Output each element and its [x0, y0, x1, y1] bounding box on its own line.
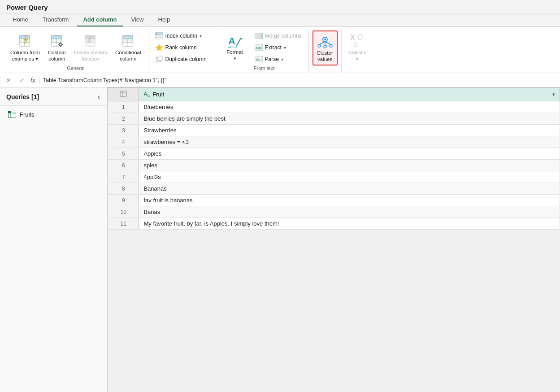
custom-column-icon [48, 33, 66, 49]
svg-line-60 [319, 42, 325, 44]
svg-rect-69 [8, 111, 11, 113]
ribbon-group-index: 1 2 3 Index column ▾ [148, 29, 220, 73]
index-column-arrow: ▾ [200, 34, 202, 39]
conditional-column-icon [119, 33, 137, 49]
title-bar: Power Query [0, 0, 560, 13]
tab-transform[interactable]: Transform [36, 13, 75, 26]
main-area: Queries [1] ‹ Fruits [0, 87, 560, 392]
queries-panel: Queries [1] ‹ Fruits [0, 87, 108, 392]
ribbon-group-cluster-items: Clustervalues [313, 30, 338, 70]
row-num-cell: 1 [108, 101, 139, 113]
data-table: AC Fruit ▾ 1Blueberries2Blue berries are… [108, 87, 560, 230]
extract-button[interactable]: abc Extract ▾ [252, 42, 305, 53]
data-table-container[interactable]: AC Fruit ▾ 1Blueberries2Blue berries are… [108, 87, 560, 392]
svg-text:Σ: Σ [354, 41, 358, 48]
conditional-column-label: Conditionalcolumn [115, 50, 141, 62]
row-num-cell: 2 [108, 113, 139, 125]
svg-line-45 [236, 38, 241, 46]
conditional-column-button[interactable]: Conditionalcolumn [112, 30, 144, 65]
ribbon-group-statistic-items: X O Σ Statistic▾ [345, 30, 369, 70]
rank-column-icon [155, 44, 163, 52]
svg-rect-70 [120, 91, 126, 96]
table-row: 2Blue berries are simply the best [108, 113, 560, 125]
table-row: 9fav fruit is bananas [108, 195, 560, 206]
query-item-fruits[interactable]: Fruits [2, 107, 105, 122]
format-button[interactable]: A ABC 123 Format▾ [224, 31, 246, 64]
row-num-cell: 9 [108, 195, 139, 206]
cluster-values-button[interactable]: Clustervalues [313, 30, 338, 65]
tab-view[interactable]: View [125, 13, 150, 26]
extract-label: Extract [265, 44, 282, 51]
svg-rect-31 [123, 43, 128, 46]
row-num-cell: 10 [108, 206, 139, 218]
table-row: 1Blueberries [108, 101, 560, 113]
table-row: 74ppl3s [108, 171, 560, 183]
duplicate-column-button[interactable]: Duplicate column [152, 54, 210, 65]
tab-home[interactable]: Home [6, 13, 35, 26]
svg-rect-9 [52, 39, 56, 43]
table-header-row-num [108, 88, 139, 101]
statistic-icon: X O Σ [348, 33, 366, 49]
index-column-icon: 1 2 3 [155, 32, 163, 40]
custom-column-button[interactable]: Customcolumn [45, 30, 69, 65]
fruit-cell: strawberries = <3 [139, 136, 560, 148]
svg-rect-2 [20, 39, 25, 43]
svg-rect-29 [123, 39, 128, 43]
row-num-cell: 8 [108, 183, 139, 195]
svg-text:O: O [357, 34, 363, 41]
tab-help[interactable]: Help [152, 13, 177, 26]
tab-add-column[interactable]: Add column [77, 13, 123, 26]
merge-columns-button[interactable]: Merge columns [252, 30, 305, 41]
svg-marker-46 [241, 37, 243, 39]
from-text-items: A ABC 123 Format▾ [224, 30, 305, 65]
queries-title: Queries [1] [6, 93, 39, 100]
fruit-cell: Bananas [139, 183, 560, 195]
fruit-cell: Blueberries [139, 101, 560, 113]
statistic-button[interactable]: X O Σ Statistic▾ [345, 30, 369, 65]
svg-text:≠: ≠ [89, 36, 91, 41]
invoke-custom-function-button[interactable]: fx ≠ Invoke customfunction [71, 30, 110, 65]
ribbon-group-general-label: General [7, 65, 144, 73]
duplicate-column-label: Duplicate column [165, 56, 207, 62]
queries-collapse-button[interactable]: ‹ [96, 92, 102, 102]
queries-header: Queries [1] ‹ [0, 87, 107, 106]
fruit-cell: My favorite fruit, by far, is Apples. I … [139, 218, 560, 230]
fruit-cell: Blue berries are simply the best [139, 113, 560, 125]
row-num-cell: 6 [108, 160, 139, 171]
ribbon-group-index-label [152, 70, 216, 73]
table-row: 8Bananas [108, 183, 560, 195]
index-small-stack: 1 2 3 Index column ▾ [152, 30, 210, 65]
custom-column-label: Customcolumn [48, 50, 66, 62]
table-header-fruit[interactable]: AC Fruit ▾ [139, 88, 560, 101]
fruit-col-dropdown[interactable]: ▾ [552, 91, 555, 97]
invoke-custom-function-label: Invoke customfunction [74, 50, 107, 62]
column-from-examples-label: Column fromexamples ▾ [10, 50, 40, 62]
svg-point-59 [330, 44, 332, 47]
svg-rect-38 [155, 37, 163, 39]
index-column-button[interactable]: 1 2 3 Index column ▾ [152, 30, 210, 41]
formula-cancel-button[interactable]: ✕ [4, 75, 13, 85]
column-from-examples-button[interactable]: Column fromexamples ▾ [7, 30, 43, 65]
table-row: 3Strawberries [108, 125, 560, 136]
svg-marker-39 [156, 44, 163, 51]
table-row: 6sples [108, 160, 560, 171]
svg-text:abc: abc [256, 46, 262, 50]
svg-line-62 [325, 42, 331, 44]
svg-rect-49 [258, 33, 260, 39]
format-icon: A ABC 123 [226, 33, 244, 49]
svg-rect-48 [255, 33, 257, 39]
app-title: Power Query [6, 4, 48, 11]
svg-rect-4 [20, 43, 25, 46]
svg-rect-11 [52, 43, 56, 46]
svg-rect-32 [128, 43, 133, 46]
statistic-label: Statistic▾ [348, 50, 366, 62]
row-num-cell: 4 [108, 136, 139, 148]
ribbon-group-cluster: Clustervalues [309, 29, 342, 73]
cluster-values-label: Clustervalues [317, 50, 333, 63]
fruit-cell: Apples [139, 148, 560, 160]
rank-column-button[interactable]: Rank column [152, 42, 210, 53]
parse-button[interactable]: abc Parse ▾ [252, 54, 305, 65]
svg-text:abc: abc [256, 58, 261, 61]
formula-confirm-button[interactable]: ✓ [17, 75, 27, 85]
format-label: Format▾ [226, 49, 243, 62]
